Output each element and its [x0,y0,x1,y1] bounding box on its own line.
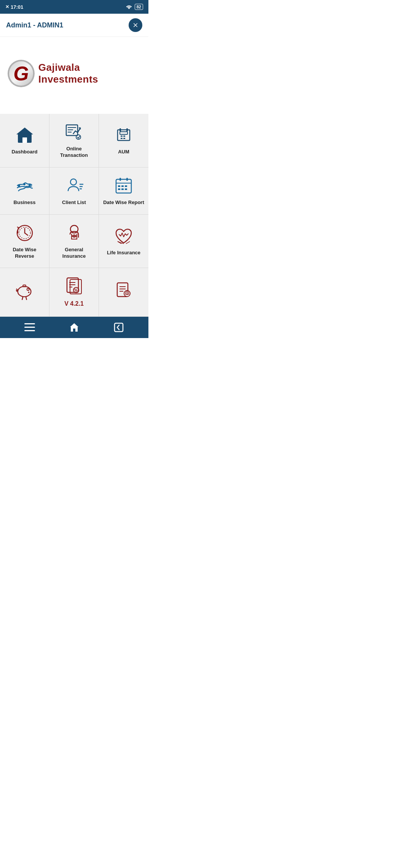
menu-item-life-insurance[interactable]: Life Insurance [99,215,148,268]
svg-point-17 [23,183,25,185]
date-wise-report-icon [114,176,134,196]
svg-rect-31 [121,188,124,190]
grid-row-3: Date Wise Reverse General Insurance [0,215,148,268]
dashboard-label: Dashboard [12,149,38,155]
status-bar: ✕ 17:01 82 [0,0,148,14]
logo-container: G Gajiwala Investments [8,60,141,87]
date-wise-reverse-label: Date Wise Reverse [3,247,46,260]
general-insurance-label: General Insurance [53,247,96,260]
menu-item-business[interactable]: Business [0,168,49,214]
grid-row-2: Business Client List [0,168,148,215]
svg-rect-13 [123,138,125,139]
svg-rect-61 [24,327,35,328]
svg-point-19 [70,179,76,185]
header-title: Admin1 - ADMIN1 [6,21,63,29]
status-left: ✕ 17:01 [5,4,23,10]
menu-grid: Dashboard Online Transaction [0,114,148,317]
svg-rect-11 [123,136,125,137]
menu-item-savings[interactable] [0,268,49,316]
business-icon [15,176,35,196]
svg-marker-1 [16,128,33,134]
menu-item-date-wise-report[interactable]: Date Wise Report [99,168,148,214]
menu-item-alerts[interactable] [99,268,148,316]
brand-name: Gajiwala Investments [38,62,141,85]
svg-point-16 [18,185,20,187]
status-right: 82 [126,4,143,10]
svg-marker-63 [70,323,78,332]
grid-row-1: Dashboard Online Transaction [0,114,148,168]
nav-home-button[interactable] [66,319,83,336]
online-transaction-icon [64,122,84,142]
svg-rect-28 [121,185,124,187]
business-label: Business [14,199,36,206]
svg-line-36 [25,233,28,235]
svg-rect-59 [127,292,127,294]
svg-point-40 [18,286,31,297]
svg-rect-14 [119,128,121,131]
logo-letter: G [8,60,35,87]
svg-rect-32 [125,188,127,190]
app-header: Admin1 - ADMIN1 [0,14,148,37]
svg-rect-62 [24,330,35,331]
battery-indicator: 82 [135,4,143,10]
grid-row-4: % V 4.2.1 [0,268,148,317]
menu-item-version[interactable]: % V 4.2.1 [49,268,99,316]
client-list-label: Client List [62,199,86,206]
svg-line-43 [25,297,26,300]
svg-rect-30 [118,188,120,190]
svg-rect-9 [120,132,127,134]
dashboard-icon [15,125,35,145]
nav-back-button[interactable] [110,319,127,336]
svg-rect-10 [121,136,123,137]
svg-line-42 [22,297,23,300]
logo-area: G Gajiwala Investments [0,37,148,114]
svg-rect-29 [125,185,127,187]
savings-icon [15,281,35,300]
svg-point-41 [27,288,29,290]
svg-text:%: % [74,288,78,292]
alerts-icon [114,281,134,300]
menu-item-client-list[interactable]: Client List [49,168,99,214]
menu-item-date-wise-reverse[interactable]: Date Wise Reverse [0,215,49,268]
date-wise-reverse-icon [15,223,35,243]
nav-menu-button[interactable] [21,319,38,336]
aum-label: AUM [118,149,129,155]
svg-rect-64 [115,323,123,332]
life-insurance-icon [114,226,134,246]
life-insurance-label: Life Insurance [107,250,140,256]
wifi-icon [126,4,132,10]
svg-point-45 [28,292,29,293]
notification-icon: ✕ [5,4,9,10]
svg-rect-60 [24,323,35,324]
bottom-navigation [0,317,148,338]
time-display: 17:01 [11,4,23,10]
svg-rect-12 [121,138,123,139]
date-wise-report-label: Date Wise Report [103,199,144,206]
svg-point-18 [29,184,31,186]
aum-icon [114,125,134,145]
online-transaction-label: Online Transaction [53,146,96,159]
version-label: V 4.2.1 [64,300,84,308]
close-button[interactable] [129,18,142,32]
svg-rect-44 [23,285,26,287]
svg-rect-27 [118,185,120,187]
menu-item-general-insurance[interactable]: General Insurance [49,215,99,268]
menu-item-online-transaction[interactable]: Online Transaction [49,114,99,167]
svg-rect-26 [126,178,128,181]
svg-rect-25 [119,178,121,181]
svg-rect-15 [126,128,128,131]
menu-item-dashboard[interactable]: Dashboard [0,114,49,167]
svg-rect-2 [22,137,27,143]
menu-item-aum[interactable]: AUM [99,114,148,167]
general-insurance-icon [64,223,84,243]
version-icon: % [64,276,84,296]
client-list-icon [64,176,84,196]
